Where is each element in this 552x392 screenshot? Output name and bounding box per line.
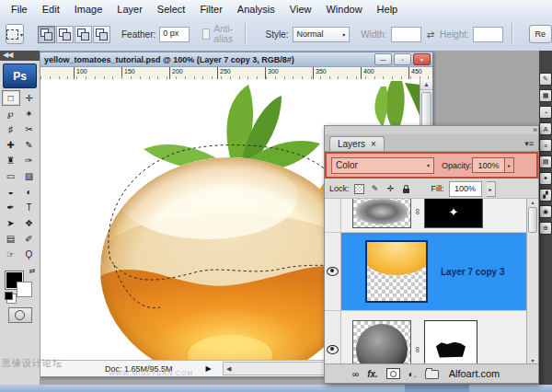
move-tool[interactable]: ✛: [20, 90, 39, 106]
scroll-up-icon[interactable]: ▴: [531, 199, 534, 205]
menu-window[interactable]: Window: [318, 2, 369, 17]
minimize-button[interactable]: —: [374, 53, 392, 65]
swap-dimensions-icon[interactable]: ⇄: [427, 29, 434, 40]
dock-panel-button-5[interactable]: ≡: [539, 139, 552, 152]
opacity-spinner-icon[interactable]: ▸: [505, 157, 514, 173]
dock-panel-button-9[interactable]: ◉: [539, 205, 552, 218]
quick-mask-button[interactable]: [8, 307, 32, 323]
lock-all-icon[interactable]: [401, 183, 412, 194]
height-input[interactable]: [473, 27, 503, 42]
eyedropper-tool[interactable]: ✐: [20, 231, 39, 247]
layer-mask-thumbnail[interactable]: ✦: [424, 198, 483, 228]
dock-panel-button-4[interactable]: A: [539, 122, 552, 135]
layers-scrollbar[interactable]: ▴ ▾: [526, 199, 538, 364]
hand-tool[interactable]: ☞: [2, 247, 20, 262]
layer-mask-thumbnail[interactable]: [424, 320, 477, 364]
dock-panel-button-6[interactable]: ▤: [539, 156, 552, 168]
menu-select[interactable]: Select: [150, 2, 193, 17]
type-tool[interactable]: T: [20, 200, 39, 215]
menu-image[interactable]: Image: [67, 2, 110, 17]
pen-tool[interactable]: ✒: [2, 200, 20, 215]
layer-thumbnail[interactable]: [352, 320, 411, 364]
dock-panel-button-1[interactable]: ✎: [539, 73, 552, 86]
link-mask-icon[interactable]: ∞: [411, 345, 424, 354]
feather-input[interactable]: 0 px: [159, 27, 190, 42]
layer-row-selected[interactable]: Layer 7 copy 3: [325, 233, 538, 311]
opacity-input[interactable]: 100%: [472, 157, 505, 173]
healing-brush-tool[interactable]: ✚: [2, 137, 20, 153]
refine-edge-button[interactable]: Re: [529, 25, 552, 43]
layer-thumbnail[interactable]: [352, 198, 411, 228]
menu-filter[interactable]: Filter: [192, 2, 229, 17]
scroll-left-icon[interactable]: ◀: [224, 365, 235, 373]
add-layer-mask-button[interactable]: [386, 368, 400, 379]
background-color-swatch[interactable]: [17, 282, 32, 297]
zoom-tool[interactable]: Ϙ: [20, 247, 39, 262]
magic-wand-tool[interactable]: ✶: [20, 106, 39, 121]
subtract-from-selection-button[interactable]: [75, 26, 92, 43]
eraser-tool[interactable]: ▭: [2, 168, 20, 184]
dodge-tool[interactable]: ◐: [20, 184, 39, 200]
width-input[interactable]: [391, 27, 421, 42]
lasso-tool[interactable]: ℘: [2, 106, 20, 121]
scrollbar-thumb[interactable]: [528, 207, 537, 233]
menu-layer[interactable]: Layer: [109, 2, 150, 17]
rectangular-marquee-tool[interactable]: □: [2, 90, 20, 106]
layer-row-bottom[interactable]: ∞: [325, 311, 538, 364]
crop-tool[interactable]: ♯: [2, 121, 20, 137]
menu-edit[interactable]: Edit: [35, 2, 67, 17]
gradient-tool[interactable]: ▨: [20, 168, 39, 184]
layer-name[interactable]: Layer 7 copy 3: [441, 267, 504, 277]
fill-spinner-icon[interactable]: ▸: [487, 181, 496, 197]
layer-row-top[interactable]: ∞ ✦: [325, 198, 538, 233]
blend-mode-select[interactable]: Color ▾: [331, 157, 434, 174]
document-title-bar[interactable]: yellow_tomatoes_tutorial.psd @ 100% (Lay…: [40, 52, 432, 67]
visibility-toggle[interactable]: [325, 311, 341, 364]
menu-help[interactable]: Help: [370, 2, 406, 17]
adjustment-layer-button[interactable]: ◐.: [408, 369, 417, 379]
maximize-button[interactable]: ▫: [394, 53, 411, 65]
fill-input[interactable]: 100%: [449, 181, 482, 197]
swap-colors-icon[interactable]: ⇄: [29, 267, 36, 275]
history-brush-tool[interactable]: ✑: [20, 153, 39, 168]
link-layers-icon[interactable]: ∞: [352, 369, 359, 379]
dock-panel-button-10[interactable]: ⊕: [539, 222, 552, 235]
dock-panel-button-8[interactable]: ▞: [539, 189, 552, 202]
tab-close-icon[interactable]: ×: [371, 139, 376, 149]
slice-tool[interactable]: ✂: [20, 121, 39, 137]
path-selection-tool[interactable]: ➤: [2, 215, 20, 231]
toolbox-header[interactable]: ◀◀: [0, 51, 40, 61]
dock-panel-button-2[interactable]: ▦: [539, 89, 552, 102]
custom-shape-tool[interactable]: ❖: [20, 215, 39, 231]
intersect-selection-button[interactable]: [93, 26, 110, 43]
anti-alias-checkbox[interactable]: Anti-alias: [202, 24, 236, 44]
default-colors-icon[interactable]: [5, 292, 13, 300]
scroll-down-icon[interactable]: ▾: [531, 357, 534, 363]
lock-position-icon[interactable]: ✛: [385, 183, 397, 194]
visibility-toggle[interactable]: [325, 233, 341, 310]
status-flyout-button[interactable]: ▶: [206, 364, 212, 373]
layer-style-button[interactable]: fx.: [367, 369, 378, 379]
layer-thumbnail[interactable]: [365, 240, 428, 303]
lock-transparency-icon[interactable]: [354, 183, 365, 194]
brush-tool[interactable]: ✎: [20, 137, 39, 153]
dock-panel-button-7[interactable]: ✦: [539, 172, 552, 185]
new-group-button[interactable]: [425, 370, 439, 379]
blur-tool[interactable]: ◒: [2, 184, 20, 200]
tool-preset-button[interactable]: ▾: [6, 24, 24, 44]
menu-view[interactable]: View: [282, 2, 319, 17]
menu-analysis[interactable]: Analysis: [230, 2, 282, 17]
lock-paint-icon[interactable]: ✎: [370, 183, 381, 194]
dock-panel-button-3[interactable]: ◔: [539, 106, 552, 119]
new-selection-button[interactable]: [38, 26, 55, 43]
notes-tool[interactable]: ▤: [2, 231, 20, 247]
close-button[interactable]: ×: [413, 53, 431, 65]
add-to-selection-button[interactable]: [56, 26, 74, 43]
menu-file[interactable]: File: [4, 2, 35, 17]
collapse-to-icons-icon[interactable]: »: [533, 125, 535, 134]
visibility-toggle[interactable]: [325, 198, 341, 232]
clone-stamp-tool[interactable]: ♜: [2, 153, 20, 168]
style-select[interactable]: Normal ▾: [293, 27, 351, 42]
panel-menu-icon[interactable]: ▾≡: [524, 139, 534, 148]
link-mask-icon[interactable]: ∞: [411, 207, 424, 216]
